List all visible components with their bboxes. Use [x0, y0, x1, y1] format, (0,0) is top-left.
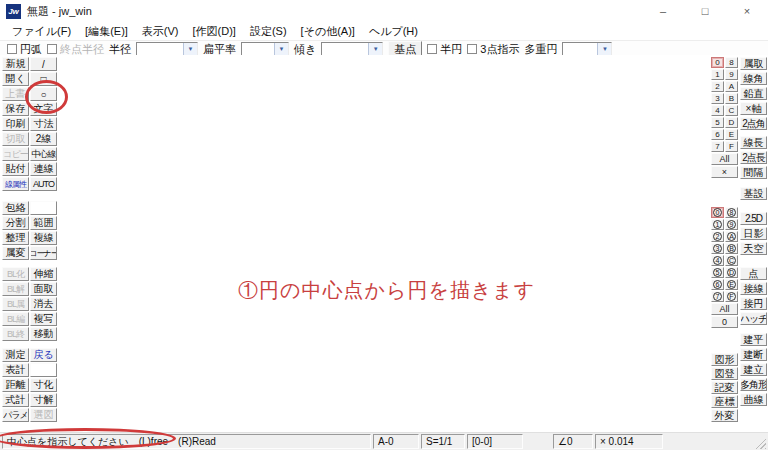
dim-convert-button[interactable]: 寸化	[30, 378, 57, 392]
layer-group-button-e[interactable]: E	[725, 279, 738, 290]
chevron-down-icon[interactable]: ▼	[183, 43, 197, 56]
layer-group-button-5[interactable]: 5	[711, 267, 724, 278]
center-line-button[interactable]: 中心線	[30, 147, 57, 161]
tool-25d-button[interactable]: 2.5D	[740, 212, 767, 225]
dim-release-button[interactable]: 寸解	[30, 393, 57, 407]
symbol-change-button[interactable]: 記変	[711, 381, 738, 394]
rect-tool-button[interactable]: □	[30, 72, 57, 86]
three-point-checkbox[interactable]	[467, 44, 477, 54]
layer-group-button-4[interactable]: 4	[711, 255, 724, 266]
table-calc-button[interactable]: 表計	[2, 363, 29, 377]
range-select-button[interactable]: 範囲	[30, 216, 57, 230]
line-tool-button[interactable]: /	[30, 57, 57, 71]
layer-button-c[interactable]: C	[725, 105, 738, 116]
menu-edit[interactable]: [編集(E)]	[79, 22, 134, 41]
external-transform-button[interactable]: 外変	[711, 409, 738, 422]
layer-group-button-c[interactable]: C	[725, 255, 738, 266]
layer-all-button[interactable]: All	[711, 153, 738, 165]
layer-button-1[interactable]: 1	[711, 69, 724, 80]
auto-mode-button[interactable]: AUTO	[30, 177, 57, 191]
menu-view[interactable]: 表示(V)	[136, 22, 185, 41]
attr-get-button[interactable]: 属取	[740, 57, 767, 70]
arrange-button[interactable]: 整理	[2, 231, 29, 245]
offset-line-button[interactable]: 複線	[30, 231, 57, 245]
incline-value[interactable]	[322, 43, 368, 56]
envelope-button[interactable]: 包絡	[2, 201, 29, 215]
status-zoom-factor[interactable]: × 0.014	[595, 434, 663, 449]
layer-button-b[interactable]: B	[725, 93, 738, 104]
corner-button[interactable]: コーナー	[30, 246, 57, 260]
layer-button-7[interactable]: 7	[711, 141, 724, 152]
coordinates-button[interactable]: 座標	[711, 395, 738, 408]
layer-button-3[interactable]: 3	[711, 93, 724, 104]
menu-help[interactable]: ヘルプ(H)	[363, 22, 424, 41]
line-attribute-button[interactable]: 線属性	[2, 177, 29, 191]
parametric-button[interactable]: パラメ	[2, 408, 29, 422]
layer-button-6[interactable]: 6	[711, 129, 724, 140]
menu-file[interactable]: ファイル(F)	[6, 22, 77, 41]
resize-grip[interactable]	[753, 436, 766, 449]
line-style-preview[interactable]	[30, 201, 57, 215]
layer-button-5[interactable]: 5	[711, 117, 724, 128]
interval-button[interactable]: 間隔	[740, 166, 767, 179]
status-coords[interactable]: [0-0]	[467, 434, 523, 449]
close-icon[interactable]: ×	[726, 0, 768, 22]
distance-button[interactable]: 距離	[2, 378, 29, 392]
curve-button[interactable]: 曲線	[740, 393, 767, 406]
chevron-down-icon[interactable]: ▼	[597, 43, 611, 56]
save-button[interactable]: 保存	[2, 102, 29, 116]
measure-button[interactable]: 測定	[2, 348, 29, 362]
hatch-button[interactable]: ハッチ	[740, 312, 767, 325]
layer-group-button-3[interactable]: 3	[711, 243, 724, 254]
layer-group-button-9[interactable]: 9	[725, 219, 738, 230]
layer-button-2[interactable]: 2	[711, 81, 724, 92]
multi-circle-value[interactable]	[563, 43, 597, 56]
layer-group-button-7[interactable]: 7	[711, 291, 724, 302]
chamfer-button[interactable]: 面取	[30, 282, 57, 296]
base-settings-button[interactable]: 基設	[740, 187, 767, 200]
half-circle-checkbox[interactable]	[427, 44, 437, 54]
attr-change-button[interactable]: 属変	[2, 246, 29, 260]
chevron-down-icon[interactable]: ▼	[368, 43, 382, 56]
status-axis[interactable]: A-0	[373, 434, 419, 449]
sky-factor-button[interactable]: 天空	[740, 242, 767, 255]
layer-group-button-f[interactable]: F	[725, 291, 738, 302]
layer-group-button-8[interactable]: 8	[725, 207, 738, 218]
layer-group-button-0[interactable]: 0	[711, 207, 724, 218]
text-tool-button[interactable]: 文字	[30, 102, 57, 116]
layer-group-button-1[interactable]: 1	[711, 219, 724, 230]
flatness-value[interactable]	[242, 43, 274, 56]
layer-group-button-2[interactable]: 2	[711, 231, 724, 242]
print-button[interactable]: 印刷	[2, 117, 29, 131]
building-section-button[interactable]: 建断	[740, 348, 767, 361]
building-elevation-button[interactable]: 建立	[740, 363, 767, 376]
layer-group-button-b[interactable]: B	[725, 243, 738, 254]
layer-group-all-button[interactable]: All	[711, 303, 738, 315]
menu-settings[interactable]: 設定(S)	[244, 22, 293, 41]
minimize-icon[interactable]: –	[642, 0, 684, 22]
circle-tool-button[interactable]: ○	[30, 87, 57, 101]
figure-button[interactable]: 図形	[711, 353, 738, 366]
layer-button-d[interactable]: D	[725, 117, 738, 128]
perpendicular-button[interactable]: 鉛直	[740, 87, 767, 100]
arc-checkbox[interactable]	[7, 44, 17, 54]
polygon-button[interactable]: 多角形	[740, 378, 767, 391]
chevron-down-icon[interactable]: ▼	[274, 43, 288, 56]
layer-protect-button[interactable]: ×	[711, 166, 738, 178]
double-line-button[interactable]: 2線	[30, 132, 57, 146]
layer-group-button-6[interactable]: 6	[711, 279, 724, 290]
shadow-button[interactable]: 日影	[740, 227, 767, 240]
paste-button[interactable]: 貼付	[2, 162, 29, 176]
layer-group-button-d[interactable]: D	[725, 267, 738, 278]
erase-button[interactable]: 消去	[30, 297, 57, 311]
dimension-tool-button[interactable]: 寸法	[30, 117, 57, 131]
layer-group-button-a[interactable]: A	[725, 231, 738, 242]
status-scale[interactable]: S=1/1	[421, 434, 465, 449]
new-file-button[interactable]: 新規	[2, 57, 29, 71]
line-style-preview-2[interactable]	[30, 363, 57, 377]
layer-button-a[interactable]: A	[725, 81, 738, 92]
tangent-circle-button[interactable]: 接円	[740, 297, 767, 310]
two-point-length-button[interactable]: 2点長	[740, 151, 767, 164]
line-length-button[interactable]: 線長	[740, 136, 767, 149]
extend-button[interactable]: 伸縮	[30, 267, 57, 281]
